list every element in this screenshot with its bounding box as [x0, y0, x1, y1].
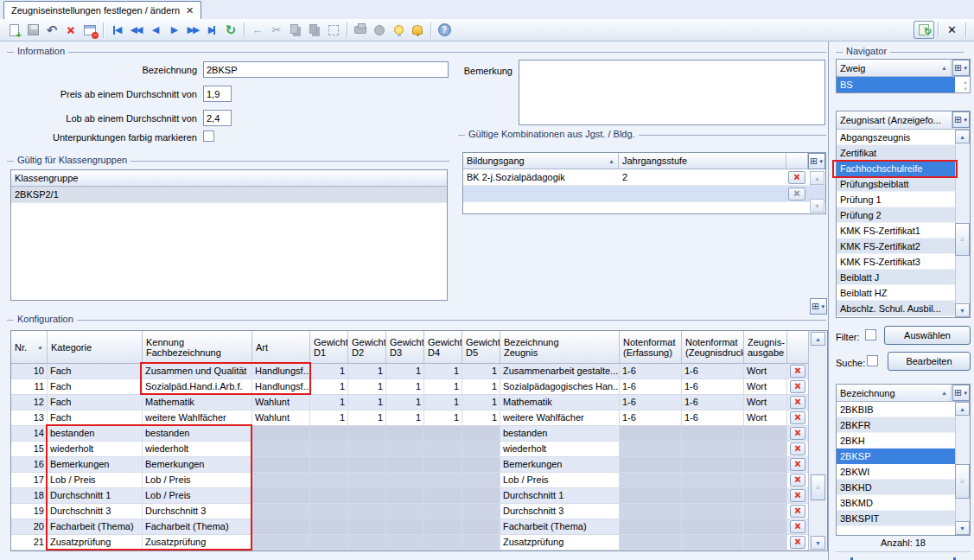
delete-row-button[interactable]: ×	[790, 520, 805, 533]
grid-menu-button[interactable]: ⊞▼	[952, 385, 970, 401]
column-header-kennung[interactable]: Kennung Fachbezeichnung	[143, 331, 252, 363]
delete-row-button[interactable]: ×	[790, 458, 805, 471]
column-header-gewicht-d3[interactable]: GewichtD3	[386, 331, 424, 363]
column-header-notenformat-erfassung[interactable]: Notenformat(Erfassung)	[620, 331, 682, 363]
scroll-up-icon[interactable]: ▲	[955, 402, 970, 416]
bell-icon[interactable]	[409, 22, 426, 39]
table-row[interactable]: 11FachSozialpäd.Hand.i.Arb.f.Handlungsf.…	[11, 379, 808, 395]
list-item[interactable]: 3BKSPIT	[837, 511, 955, 526]
delete-icon[interactable]: ×	[62, 22, 80, 39]
table-row-empty[interactable]: ×	[463, 186, 825, 202]
list-item-zweig[interactable]: BS	[837, 77, 955, 92]
close-icon[interactable]: ✕	[942, 23, 962, 36]
column-header-nr[interactable]: Nr. ▲	[11, 331, 48, 363]
first-record-button[interactable]: ◀	[850, 557, 861, 560]
undo-icon[interactable]: ↶	[43, 22, 60, 39]
delete-row-button[interactable]: ×	[790, 474, 805, 487]
scroll-down-icon[interactable]: ▼	[811, 536, 825, 550]
tab-close-icon[interactable]: ✕	[186, 5, 194, 16]
next-fast-button[interactable]: ▶▶	[922, 557, 938, 560]
scrollbar-thumb[interactable]: ≡	[955, 223, 970, 256]
table-row[interactable]: 18Durchschnitt 1Lob / PreisDurchschnitt …	[11, 488, 808, 504]
list-item[interactable]: 3BKMD	[837, 495, 955, 511]
bezeichnung-input[interactable]	[203, 61, 449, 78]
list-item[interactable]: KMK FS-Zertifikat2	[837, 239, 955, 254]
table-row[interactable]: 21ZusatzprüfungZusatzprüfungZusatzprüfun…	[11, 535, 808, 550]
list-item[interactable]: 2BKFR	[837, 417, 955, 433]
list-item[interactable]: Fachhochschulreife	[837, 161, 955, 176]
scroll-down-icon[interactable]: ▼	[955, 521, 970, 535]
list-item[interactable]: Abschlz. Schul. Ausbil...	[837, 301, 955, 316]
help-icon[interactable]: ?	[436, 22, 453, 39]
scroll-up-icon[interactable]: ▲	[811, 332, 825, 346]
delete-row-button[interactable]: ×	[790, 411, 805, 424]
delete-row-button[interactable]: ×	[790, 396, 805, 409]
column-header-bezeichnung-zeugnis[interactable]: BezeichnungZeugnis	[500, 331, 620, 363]
column-header-gewicht-d2[interactable]: GewichtD2	[348, 331, 386, 363]
list-item[interactable]: 3BKHD	[837, 480, 955, 495]
detach-window-icon[interactable]: ↻	[914, 21, 934, 39]
column-header-gewicht-d5[interactable]: GewichtD5	[462, 331, 500, 363]
column-header-gewicht-d4[interactable]: GewichtD4	[424, 331, 462, 363]
table-row[interactable]: 20Facharbeit (Thema)Facharbeit (Thema)Fa…	[11, 519, 808, 535]
list-item[interactable]: 2BKBIB	[837, 402, 955, 417]
list-item[interactable]: Beiblatt HZ	[837, 285, 955, 301]
bemerkung-textarea[interactable]	[519, 60, 825, 125]
column-header-bezeichnung[interactable]: Bezeichnung ▲	[837, 385, 952, 401]
prev-fast-button[interactable]: ◀◀	[869, 557, 884, 560]
list-item[interactable]: Beiblatt J	[837, 270, 955, 285]
new-record-icon[interactable]: +	[5, 22, 22, 39]
list-item[interactable]: 2BKWI	[837, 464, 955, 480]
column-header-bildungsgang[interactable]: Bildungsgang ▲	[463, 153, 619, 169]
last-record-icon[interactable]: ▶	[203, 22, 220, 39]
list-item[interactable]: 2BKSP	[837, 449, 955, 464]
list-item[interactable]: 2BKH	[837, 433, 955, 449]
list-scrollbar[interactable]: ▲ ≡ ▼	[955, 402, 970, 535]
column-header-gewicht-d1[interactable]: GewichtD1	[310, 331, 348, 363]
table-row[interactable]: 2BKSP2/1	[11, 187, 447, 203]
bearbeiten-button[interactable]: Bearbeiten	[888, 352, 971, 371]
filter-checkbox[interactable]	[865, 329, 876, 340]
grid-menu-button[interactable]: ⊞▼	[810, 298, 827, 315]
scrollbar-thumb[interactable]: ≡	[811, 474, 825, 500]
grid-menu-button[interactable]: ⊞▼	[952, 111, 970, 128]
edit-form-icon[interactable]	[81, 22, 99, 39]
next-fast-icon[interactable]: ▶▶	[184, 22, 201, 39]
table-row[interactable]: 12FachMathematikWahlunt11111Mathematik1-…	[11, 395, 808, 410]
delete-row-button[interactable]: ×	[790, 365, 805, 378]
delete-row-button[interactable]: ×	[790, 442, 805, 455]
table-row[interactable]: 19Durchschnitt 3Durchschnitt 3Durchschni…	[11, 504, 808, 519]
table-row[interactable]: 14bestandenbestandenbestanden×	[11, 426, 808, 442]
scrollbar-thumb[interactable]: ≡	[955, 464, 970, 499]
next-button[interactable]: ▶	[907, 557, 915, 560]
column-header-art[interactable]: Art	[252, 331, 310, 363]
column-header-klassengruppe[interactable]: Klassengruppe	[11, 170, 447, 186]
prev-icon[interactable]: ◀	[146, 22, 163, 39]
delete-row-button[interactable]: ×	[790, 380, 805, 393]
suche-checkbox[interactable]	[867, 355, 878, 366]
column-header-zweig[interactable]: Zweig ▲	[837, 60, 952, 76]
first-record-icon[interactable]: ◀	[108, 22, 125, 39]
list-item[interactable]: KMK FS-Zertifikat1	[837, 223, 955, 239]
list-item[interactable]: KMK FS-Zertifikat3	[837, 254, 955, 270]
column-header-notenformat-zeugnisdruck[interactable]: Notenformat(Zeugnisdruck)	[682, 331, 744, 363]
table-row[interactable]: 16BemerkungenBemerkungenBemerkungen×	[11, 457, 808, 473]
table-row[interactable]: 17Lob / PreisLob / PreisLob / Preis×	[11, 473, 808, 488]
preis-input[interactable]	[203, 86, 232, 102]
last-record-button[interactable]: ▶	[945, 557, 956, 560]
list-scrollbar[interactable]: ▲ ≡ ▼	[955, 130, 970, 317]
table-row[interactable]: 15wiederholtwiederholtwiederholt×	[11, 442, 808, 457]
lob-input[interactable]	[203, 110, 232, 126]
tab-zeugniseinstellungen[interactable]: Zeugniseinstellungen festlegen / ändern …	[3, 1, 201, 19]
list-item[interactable]: Prüfung 2	[837, 207, 955, 223]
table-row[interactable]: BK 2-j.Sozialpädagogik 2 ×	[463, 169, 825, 186]
table-row[interactable]: 13Fachweitere WahlfächerWahlunt11111weit…	[11, 410, 808, 426]
delete-row-button[interactable]: ×	[788, 171, 805, 184]
column-header-kategorie[interactable]: Kategorie	[48, 331, 143, 363]
list-item[interactable]: Prüfungsbeiblatt	[837, 176, 955, 192]
delete-row-button[interactable]: ×	[790, 489, 805, 502]
table-row[interactable]: 10FachZusammen und QualitätHandlungsf...…	[11, 364, 808, 379]
refresh-icon[interactable]: ↻	[222, 22, 239, 39]
next-icon[interactable]: ▶	[165, 22, 182, 39]
grid-menu-button[interactable]: ⊞▼	[808, 153, 825, 169]
